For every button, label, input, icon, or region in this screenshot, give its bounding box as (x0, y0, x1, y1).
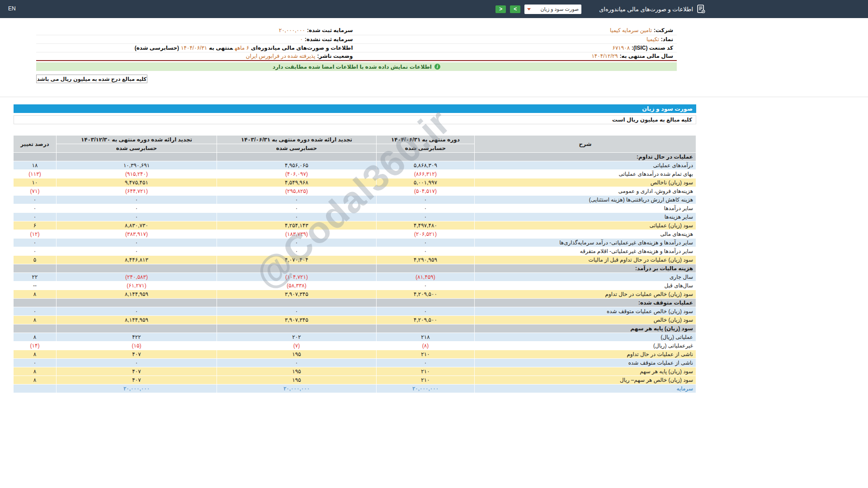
period-value: ۵,۰۰۱,۹۹۷ (377, 178, 475, 187)
row-label: سود (زیان) خالص عملیات در حال تداوم (475, 290, 696, 299)
period-value: (۱۸۳,۷۳۹) (217, 230, 377, 239)
row-label: هزینه کاهش ارزش دریافتنی‌ها (هزینه استثن… (475, 196, 696, 204)
report-type-select[interactable]: صورت سود و زیان (524, 5, 581, 14)
row-label: سود (زیان) عملیاتی (475, 221, 696, 230)
row-label: عملیات متوقف شده: (475, 299, 696, 307)
period-value: ۰ (217, 239, 377, 247)
info-value: تامین سرمایه کیمیا (610, 27, 652, 33)
row-label: هزینه مالیات بر درآمد: (475, 264, 696, 273)
col-header-period-1404-06-31: دوره منتهی به ۱۴۰۴/۰۶/۳۱ (377, 136, 475, 144)
info-label: نماد: (661, 36, 673, 42)
period-value: (۵۸,۳۳۸) (217, 282, 377, 290)
info-label: اطلاعات و صورت‌های مالی میاندوره‌ای (251, 45, 353, 51)
prev-report-button[interactable]: < (495, 5, 506, 13)
info-icon: i (434, 64, 440, 70)
period-value: ۰ (57, 239, 217, 247)
topbar-controls: اطلاعات و صورت‌های مالی میاندوره‌ای صورت… (495, 0, 705, 18)
period-value: ۰ (377, 359, 475, 367)
col-header-percent-change: درصد تغییر (14, 136, 57, 153)
statement-row: سود (زیان) خالص عملیات در حال تداوم۴,۲۰۹… (14, 290, 696, 299)
company-info-table: شرکت:تامین سرمایه کیمیاسرمایه ثبت شده:۲۰… (36, 26, 677, 61)
company-info-row: شرکت:تامین سرمایه کیمیاسرمایه ثبت شده:۲۰… (36, 26, 677, 35)
row-label: سایر درآمدها و هزینه‌های غیرعملیاتی- درآ… (475, 239, 696, 247)
period-value: ۰ (217, 204, 377, 213)
period-value: ۱۹۵ (217, 350, 377, 359)
statement-row: درآمدهای عملیاتی۵,۸۶۸,۳۰۹۴,۹۵۶,۰۶۵۱۰,۳۹۰… (14, 161, 696, 170)
col-subheader-audited-3: حسابرسی شده (57, 144, 217, 153)
row-label: هزینه‌های فروش، اداری و عمومی (475, 187, 696, 196)
period-value (377, 153, 475, 161)
page-title: اطلاعات و صورت‌های مالی میاندوره‌ای (599, 6, 693, 13)
col-header-period-1403-12-30: تجدید ارائه شده دوره منتهی به ۱۴۰۳/۱۲/۳۰ (57, 136, 217, 144)
statement-row: سال جاری(۸۱,۴۵۹)(۱۰۴,۷۲۱)(۲۴۰,۵۸۳)۲۲ (14, 273, 696, 282)
period-value: ۸,۱۴۴,۹۵۹ (57, 290, 217, 299)
statement-row: هزینه‌های فروش، اداری و عمومی(۵۰۴,۵۱۷)(۲… (14, 187, 696, 196)
percent-change-value: ۰ (14, 359, 57, 367)
period-value[interactable]: ۲۰,۰۰۰,۰۰۰ (377, 385, 475, 393)
period-value: ۴,۲۹۰,۹۵۹ (377, 256, 475, 264)
row-label: ناشی از عملیات متوقف شده (475, 359, 696, 367)
period-value: ۰ (217, 196, 377, 204)
period-value: ۰ (217, 247, 377, 256)
period-value: ۴۲۲ (57, 333, 217, 342)
period-value: ۴,۹۵۶,۰۶۵ (217, 161, 377, 170)
percent-change-value: ۱۸ (14, 161, 57, 170)
next-report-button[interactable]: > (510, 5, 520, 13)
percent-change-value: (۱۴) (14, 342, 57, 350)
statement-unit-row: کلیه مبالغ به میلیون ریال است (14, 115, 696, 124)
period-value: ۴۰۷ (57, 350, 217, 359)
period-value: (۷) (217, 342, 377, 350)
period-value: (۶۴۴,۷۲۱) (57, 187, 217, 196)
percent-change-value: ۸ (14, 333, 57, 342)
percent-change-value: ۸ (14, 350, 57, 359)
percent-change-value: ۰ (14, 196, 57, 204)
report-document-icon (697, 5, 705, 14)
row-label: سود (زیان) پایه هر سهم (475, 324, 696, 333)
period-value (57, 264, 217, 273)
row-label: سال جاری (475, 273, 696, 282)
period-value[interactable]: ۲۰,۰۰۰,۰۰۰ (217, 385, 377, 393)
percent-change-value: ۱۰ (14, 178, 57, 187)
period-value (217, 153, 377, 161)
info-value: ۶۷۱۹۰۸ (612, 45, 630, 51)
statement-row: سود (زیان) خالص عملیات متوقف شده۰۰۰۰ (14, 307, 696, 316)
period-value: ۰ (377, 196, 475, 204)
period-value: ۰ (377, 239, 475, 247)
percent-change-value (14, 264, 57, 273)
period-value: (۶۱,۲۷۱) (57, 282, 217, 290)
percent-change-value[interactable] (14, 385, 57, 393)
col-header-description: شرح (475, 136, 696, 153)
period-value: ۰ (377, 204, 475, 213)
period-value[interactable]: ۲۰,۰۰۰,۰۰۰ (57, 385, 217, 393)
signed-banner-text: اطلاعات نمایش داده شده با اطلاعات امضا ش… (273, 64, 432, 70)
statement-row: سود (زیان) ناخالص۵,۰۰۱,۹۹۷۴,۵۴۹,۹۶۸۹,۴۷۵… (14, 178, 696, 187)
statement-row: سایر درآمدها و هزینه‌های غیرعملیاتی- اقل… (14, 247, 696, 256)
period-value: ۵,۸۶۸,۳۰۹ (377, 161, 475, 170)
period-value (377, 324, 475, 333)
period-value: ۲۰۲ (217, 333, 377, 342)
row-label: بهای تمام شده درآمدهای عملیاتی (475, 170, 696, 178)
row-label: سایر درآمدها و هزینه‌های غیرعملیاتی- اقل… (475, 247, 696, 256)
statement-row: سود (زیان) عملیات در حال تداوم قبل از ما… (14, 256, 696, 264)
period-value: ۴,۰۷۰,۴۰۴ (217, 256, 377, 264)
percent-change-value: ۰ (14, 307, 57, 316)
period-value: ۰ (57, 213, 217, 221)
period-value: ۴,۵۴۹,۹۶۸ (217, 178, 377, 187)
language-toggle-en[interactable]: EN (8, 5, 16, 12)
statement-section-row: عملیات در حال تداوم: (14, 153, 696, 161)
percent-change-value: ۰ (14, 247, 57, 256)
row-label: ناشی از عملیات در حال تداوم (475, 350, 696, 359)
row-label: عملیات در حال تداوم: (475, 153, 696, 161)
chevron-down-icon (527, 8, 531, 10)
statement-row: هزینه‌های مالی(۲۰۶,۵۲۱)(۱۸۳,۷۳۹)(۳۸۳,۹۱۷… (14, 230, 696, 239)
period-value: ۰ (57, 359, 217, 367)
period-value: ۰ (57, 204, 217, 213)
period-value: ۴,۲۰۹,۵۰۰ (377, 316, 475, 324)
period-value: ۴,۴۹۷,۴۸۰ (377, 221, 475, 230)
row-label: سود (زیان) پایه هر سهم (475, 367, 696, 376)
statement-row: هزینه کاهش ارزش دریافتنی‌ها (هزینه استثن… (14, 196, 696, 204)
percent-change-value (14, 324, 57, 333)
info-label: کد صنعت (ISIC): (632, 45, 673, 51)
info-label: سال مالی منتهی به: (620, 53, 673, 59)
period-value: ۰ (57, 307, 217, 316)
